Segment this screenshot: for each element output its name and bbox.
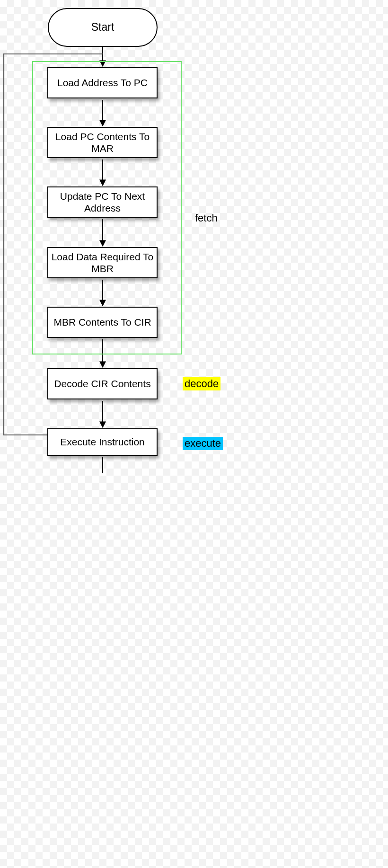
box-mbr-cir: MBR Contents To CIR (47, 307, 158, 338)
box-execute-text: Execute Instruction (60, 436, 145, 448)
box-load-mbr-text: Load Data Required To MBR (51, 251, 154, 275)
phase-execute-label: execute (183, 437, 223, 450)
phase-fetch-label: fetch (193, 212, 220, 225)
box-update-pc-text: Update PC To Next Address (51, 190, 154, 214)
phase-decode-text: decode (185, 378, 219, 390)
box-update-pc: Update PC To Next Address (47, 186, 158, 218)
start-label: Start (91, 21, 115, 34)
phase-decode-label: decode (183, 377, 220, 390)
box-execute: Execute Instruction (47, 428, 158, 456)
box-decode: Decode CIR Contents (47, 368, 158, 399)
start-terminal: Start (48, 8, 158, 47)
phase-execute-text: execute (185, 437, 221, 449)
box-mbr-cir-text: MBR Contents To CIR (53, 316, 151, 328)
box-load-mbr: Load Data Required To MBR (47, 247, 158, 278)
box-load-addr-text: Load Address To PC (57, 77, 148, 89)
box-load-addr: Load Address To PC (47, 67, 158, 98)
box-load-pc-mar: Load PC Contents To MAR (47, 127, 158, 158)
box-decode-text: Decode CIR Contents (54, 378, 150, 390)
box-load-pc-mar-text: Load PC Contents To MAR (51, 131, 154, 154)
phase-fetch-text: fetch (195, 212, 218, 224)
